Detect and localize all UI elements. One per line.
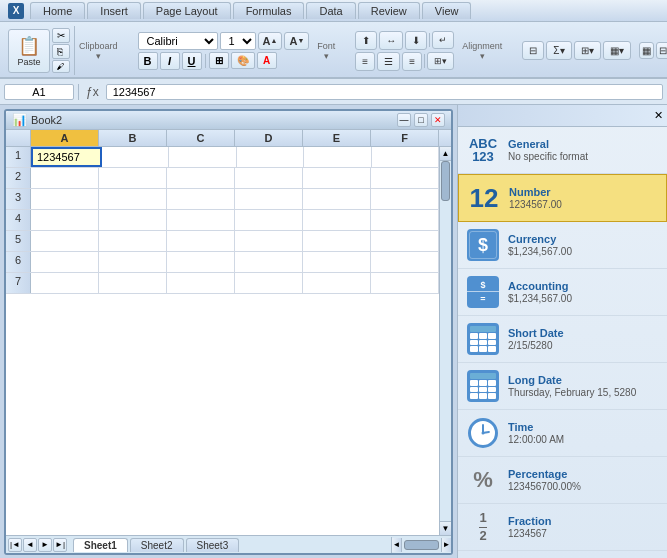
col-header-f[interactable]: F — [371, 130, 439, 146]
cell-a4[interactable] — [31, 210, 99, 230]
cell-c4[interactable] — [167, 210, 235, 230]
cell-f7[interactable] — [371, 273, 439, 293]
format-item-general[interactable]: ABC 123 General No specific format — [458, 127, 667, 174]
cell-d4[interactable] — [235, 210, 303, 230]
cell-a7[interactable] — [31, 273, 99, 293]
col-header-e[interactable]: E — [303, 130, 371, 146]
increase-font-button[interactable]: A▲ — [258, 32, 283, 50]
vertical-scrollbar[interactable]: ▲ ▼ — [439, 147, 451, 535]
align-top-button[interactable]: ⬆ — [355, 31, 377, 50]
cell-e1[interactable] — [304, 147, 372, 167]
decrease-font-button[interactable]: A▼ — [284, 32, 309, 50]
font-size-select[interactable]: 11 — [220, 32, 256, 50]
cell-f2[interactable] — [371, 168, 439, 188]
format-item-scientific[interactable]: 102 Scientific 1.23E+06 — [458, 551, 667, 558]
sheet-tab-2[interactable]: Sheet2 — [130, 538, 184, 552]
cell-a1[interactable]: 1234567 — [31, 147, 102, 167]
cell-f3[interactable] — [371, 189, 439, 209]
format-item-long-date[interactable]: Long Date Thursday, February 15, 5280 — [458, 363, 667, 410]
col-header-c[interactable]: C — [167, 130, 235, 146]
merge-button[interactable]: ⊞▾ — [427, 52, 454, 70]
align-middle-button[interactable]: ↔ — [379, 31, 403, 50]
scroll-up-button[interactable]: ▲ — [440, 147, 451, 161]
cell-d1[interactable] — [237, 147, 305, 167]
function-icon[interactable]: ƒx — [83, 85, 102, 99]
ribbon-btn1[interactable]: ⊟ — [522, 41, 544, 60]
col-header-b[interactable]: B — [99, 130, 167, 146]
h-scroll-thumb[interactable] — [404, 540, 439, 550]
last-sheet-button[interactable]: ►| — [53, 538, 67, 552]
format-item-percentage[interactable]: % Percentage 123456700.00% — [458, 457, 667, 504]
format-item-currency[interactable]: $ Currency $1,234,567.00 — [458, 222, 667, 269]
cell-b2[interactable] — [99, 168, 167, 188]
cell-b4[interactable] — [99, 210, 167, 230]
cell-f1[interactable] — [372, 147, 440, 167]
panel-close-button[interactable]: ✕ — [654, 109, 663, 122]
align-center-button[interactable]: ☰ — [377, 52, 400, 71]
col-header-a[interactable]: A — [31, 130, 99, 146]
horizontal-scrollbar[interactable]: ◄ ► — [391, 537, 451, 553]
cell-a6[interactable] — [31, 252, 99, 272]
cell-c6[interactable] — [167, 252, 235, 272]
format-item-number[interactable]: 12 Number 1234567.00 — [458, 174, 667, 222]
tab-formulas[interactable]: Formulas — [233, 2, 305, 19]
format-item-short-date[interactable]: Short Date 2/15/5280 — [458, 316, 667, 363]
tab-review[interactable]: Review — [358, 2, 420, 19]
restore-button[interactable]: □ — [414, 113, 428, 127]
first-sheet-button[interactable]: |◄ — [8, 538, 22, 552]
cell-d5[interactable] — [235, 231, 303, 251]
cell-d3[interactable] — [235, 189, 303, 209]
format-item-fraction[interactable]: 1 2 Fraction 1234567 — [458, 504, 667, 551]
align-left-button[interactable]: ≡ — [355, 52, 375, 71]
tab-view[interactable]: View — [422, 2, 472, 19]
scroll-down-button[interactable]: ▼ — [440, 521, 451, 535]
ribbon-btn4[interactable]: ▦▾ — [603, 41, 631, 60]
formula-input[interactable] — [106, 84, 663, 100]
align-bottom-button[interactable]: ⬇ — [405, 31, 427, 50]
cell-c2[interactable] — [167, 168, 235, 188]
tab-home[interactable]: Home — [30, 2, 85, 19]
close-button[interactable]: ✕ — [431, 113, 445, 127]
cell-a5[interactable] — [31, 231, 99, 251]
cell-d2[interactable] — [235, 168, 303, 188]
copy-button[interactable]: ⎘ — [52, 44, 70, 59]
prev-sheet-button[interactable]: ◄ — [23, 538, 37, 552]
cell-a2[interactable] — [31, 168, 99, 188]
ribbon-btn3[interactable]: ⊞▾ — [574, 41, 601, 60]
cell-e7[interactable] — [303, 273, 371, 293]
wrap-text-button[interactable]: ↵ — [432, 31, 454, 49]
panel-toggle2[interactable]: ⊟ — [656, 42, 667, 59]
cut-button[interactable]: ✂ — [52, 28, 70, 43]
cell-e2[interactable] — [303, 168, 371, 188]
cell-f6[interactable] — [371, 252, 439, 272]
panel-toggle[interactable]: ▦ — [639, 42, 654, 59]
scroll-right-button[interactable]: ► — [441, 538, 451, 552]
paste-button[interactable]: 📋 Paste — [8, 29, 50, 73]
cell-a3[interactable] — [31, 189, 99, 209]
underline-button[interactable]: U — [182, 52, 202, 70]
border-button[interactable]: ⊞ — [209, 52, 229, 69]
cell-reference-box[interactable]: A1 — [4, 84, 74, 100]
next-sheet-button[interactable]: ► — [38, 538, 52, 552]
cell-c7[interactable] — [167, 273, 235, 293]
cell-e3[interactable] — [303, 189, 371, 209]
cell-e6[interactable] — [303, 252, 371, 272]
cell-c1[interactable] — [169, 147, 237, 167]
cell-b6[interactable] — [99, 252, 167, 272]
sheet-tab-3[interactable]: Sheet3 — [186, 538, 240, 552]
format-item-time[interactable]: Time 12:00:00 AM — [458, 410, 667, 457]
font-name-select[interactable]: Calibri — [138, 32, 218, 50]
fill-color-button[interactable]: 🎨 — [231, 52, 255, 69]
cell-b5[interactable] — [99, 231, 167, 251]
cell-e5[interactable] — [303, 231, 371, 251]
scroll-left-button[interactable]: ◄ — [392, 538, 402, 552]
tab-page-layout[interactable]: Page Layout — [143, 2, 231, 19]
cell-d6[interactable] — [235, 252, 303, 272]
align-right-button[interactable]: ≡ — [402, 52, 422, 71]
scroll-thumb[interactable] — [441, 161, 450, 201]
cell-b1[interactable] — [102, 147, 170, 167]
cell-c5[interactable] — [167, 231, 235, 251]
ribbon-btn2[interactable]: Σ▾ — [546, 41, 571, 60]
cell-c3[interactable] — [167, 189, 235, 209]
font-color-button[interactable]: A — [257, 52, 277, 69]
